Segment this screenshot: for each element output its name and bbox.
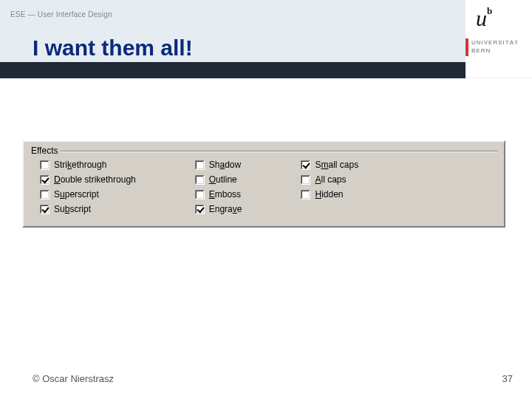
groupbox-line bbox=[61, 151, 498, 152]
checkbox-strikethrough[interactable]: Strikethrough bbox=[40, 160, 136, 170]
checkbox-box[interactable] bbox=[40, 175, 50, 185]
effects-col-2: ShadowOutlineEmbossEngrave bbox=[195, 160, 242, 214]
checkbox-subscript[interactable]: Subscript bbox=[40, 204, 136, 214]
checkbox-outline[interactable]: Outline bbox=[195, 174, 242, 185]
checkbox-label: Hidden bbox=[315, 189, 343, 200]
checkbox-box[interactable] bbox=[195, 205, 205, 214]
slide: ESE — User Interface Design I want them … bbox=[0, 0, 532, 399]
checkbox-label: Strikethrough bbox=[54, 160, 106, 170]
checkbox-box[interactable] bbox=[301, 190, 310, 200]
footer-page-number: 37 bbox=[502, 373, 513, 384]
checkbox-box[interactable] bbox=[40, 160, 50, 170]
effects-col-1: StrikethroughDouble strikethroughSupersc… bbox=[40, 160, 136, 214]
logo-text: UNIVERSITÄT BERN bbox=[471, 38, 519, 55]
breadcrumb: ESE — User Interface Design bbox=[10, 10, 112, 18]
checkbox-label: Engrave bbox=[209, 204, 242, 214]
effects-col-3: Small capsAll capsHidden bbox=[301, 160, 358, 214]
logo-mark: ub bbox=[476, 6, 492, 31]
checkbox-box[interactable] bbox=[195, 160, 205, 170]
slide-title: I want them all! bbox=[33, 35, 193, 61]
checkbox-shadow[interactable]: Shadow bbox=[195, 160, 242, 170]
checkbox-label: Small caps bbox=[315, 160, 358, 170]
checkbox-label: Double strikethrough bbox=[54, 174, 136, 185]
checkbox-emboss[interactable]: Emboss bbox=[195, 189, 242, 200]
checkbox-box[interactable] bbox=[301, 160, 310, 170]
checkbox-label: All caps bbox=[315, 174, 346, 185]
divider-bar bbox=[0, 62, 532, 78]
checkbox-superscript[interactable]: Superscript bbox=[40, 189, 136, 200]
effects-panel: Effects StrikethroughDouble strikethroug… bbox=[22, 140, 505, 228]
checkbox-hidden[interactable]: Hidden bbox=[301, 189, 358, 200]
logo-accent-bar bbox=[466, 38, 468, 56]
checkbox-all-caps[interactable]: All caps bbox=[301, 174, 358, 185]
university-logo: ub UNIVERSITÄT BERN bbox=[466, 0, 532, 78]
checkbox-box[interactable] bbox=[40, 205, 50, 214]
checkbox-box[interactable] bbox=[195, 175, 205, 185]
checkbox-box[interactable] bbox=[301, 175, 310, 185]
checkbox-label: Shadow bbox=[209, 160, 241, 170]
effects-columns: StrikethroughDouble strikethroughSupersc… bbox=[40, 160, 358, 214]
logo-line2: BERN bbox=[471, 47, 519, 55]
checkbox-box[interactable] bbox=[40, 190, 50, 200]
logo-line1: UNIVERSITÄT bbox=[471, 38, 519, 47]
checkbox-label: Superscript bbox=[54, 189, 99, 200]
checkbox-double-strikethrough[interactable]: Double strikethrough bbox=[40, 174, 136, 185]
footer-copyright: © Oscar Nierstrasz bbox=[33, 373, 114, 384]
logo-b-glyph: b bbox=[487, 5, 492, 16]
effects-group-label: Effects bbox=[30, 146, 59, 156]
checkbox-label: Emboss bbox=[209, 189, 241, 200]
checkbox-label: Subscript bbox=[54, 204, 91, 214]
checkbox-box[interactable] bbox=[195, 190, 205, 200]
logo-u-glyph: u bbox=[476, 6, 487, 31]
checkbox-small-caps[interactable]: Small caps bbox=[301, 160, 358, 170]
checkbox-engrave[interactable]: Engrave bbox=[195, 204, 242, 214]
checkbox-label: Outline bbox=[209, 174, 237, 185]
